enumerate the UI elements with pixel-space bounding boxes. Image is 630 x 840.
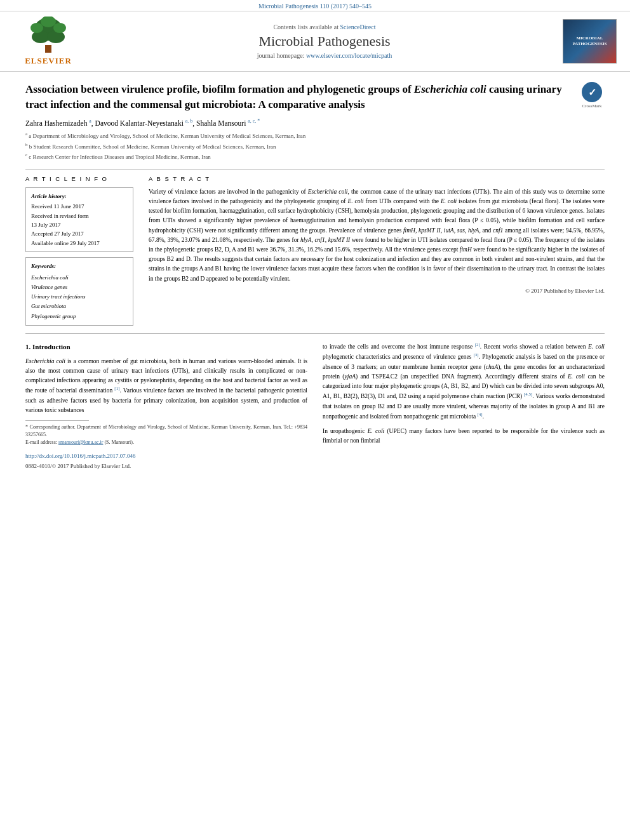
article-title: Association between virulence profile, b…: [25, 82, 573, 112]
section-num: 1.: [25, 343, 30, 350]
header-right: MICROBIAL PATHOGENESIS: [563, 19, 620, 63]
journal-thumb-text: MICROBIAL PATHOGENESIS: [563, 33, 616, 50]
email-note: E-mail address: smansouri@kmu.ac.ir (S. …: [25, 439, 307, 446]
section-divider-2: [25, 333, 605, 334]
article-info-abstract: A R T I C L E I N F O Article history: R…: [25, 175, 605, 326]
abstract-heading: A B S T R A C T: [149, 175, 605, 182]
body-content: 1. Introduction Escherichia coli is a co…: [25, 342, 605, 471]
footnote-divider: [25, 420, 89, 421]
keyword-3: Gut microbiota: [31, 302, 128, 311]
keyword-2: Urinary tract infections: [31, 292, 128, 302]
intro-para-2: In uropathogenic E. coli (UPEC) many fac…: [323, 427, 605, 446]
affiliation-c: c c Research Center for Infectious Disea…: [25, 152, 605, 162]
doi-link[interactable]: http://dx.doi.org/10.1016/j.micpath.2017…: [25, 453, 136, 459]
two-col-body: 1. Introduction Escherichia coli is a co…: [25, 342, 605, 471]
elsevier-logo: ELSEVIER: [23, 17, 74, 66]
keywords-box: Keywords: Escherichia coli Virulence gen…: [25, 257, 133, 326]
affiliation-a: a a Department of Microbiology and Virol…: [25, 131, 605, 141]
crossmark-icon: ✓: [582, 82, 602, 102]
corresponding-author-note: * Corresponding author. Department of Mi…: [25, 423, 307, 439]
intro-para-0: Escherichia coli is a common member of g…: [25, 357, 307, 415]
history-line-3: Accepted 27 July 2017: [31, 229, 128, 238]
journal-thumbnail: MICROBIAL PATHOGENESIS: [563, 19, 617, 63]
abstract-text: Variety of virulence factors are involve…: [149, 187, 605, 284]
authors-line: Zahra Hashemizadeh a, Davood Kalantar-Ne…: [25, 119, 605, 128]
header-left: ELSEVIER: [10, 17, 86, 66]
title-section: Association between virulence profile, b…: [25, 82, 605, 112]
keywords-title: Keywords:: [31, 262, 128, 271]
journal-title: Microbial Pathogenesis: [94, 33, 555, 50]
article-history-box: Article history: Received 11 June 2017 R…: [25, 187, 133, 252]
contents-text: Contents lists available at: [273, 23, 338, 30]
homepage-label: journal homepage:: [257, 52, 305, 59]
history-line-0: Received 11 June 2017: [31, 202, 128, 211]
keyword-1: Virulence genes: [31, 283, 128, 292]
section-1-title: 1. Introduction: [25, 342, 307, 353]
history-title: Article history:: [31, 192, 128, 201]
history-line-2: 13 July 2017: [31, 220, 128, 229]
contents-line: Contents lists available at ScienceDirec…: [94, 23, 555, 30]
keyword-4: Phylogenetic group: [31, 312, 128, 321]
doi-line[interactable]: http://dx.doi.org/10.1016/j.micpath.2017…: [25, 451, 307, 460]
intro-para-1: to invade the cells and overcome the hos…: [323, 342, 605, 422]
sciencedirect-link[interactable]: ScienceDirect: [340, 23, 375, 30]
affiliation-b: b b Student Research Committee, School o…: [25, 142, 605, 152]
footnote: * Corresponding author. Department of Mi…: [25, 423, 307, 446]
svg-point-5: [53, 23, 66, 33]
header-center: Contents lists available at ScienceDirec…: [94, 23, 555, 59]
issn-line: 0882-4010/© 2017 Published by Elsevier L…: [25, 462, 307, 470]
journal-header: ELSEVIER Contents lists available at Sci…: [0, 11, 630, 72]
article-body: Association between virulence profile, b…: [0, 72, 630, 481]
affiliations: a a Department of Microbiology and Virol…: [25, 131, 605, 162]
elsevier-tree-icon: [23, 17, 74, 55]
copyright-line: © 2017 Published by Elsevier Ltd.: [149, 288, 605, 294]
author-hashemizadeh: Zahra Hashemizadeh a, Davood Kalantar-Ne…: [25, 119, 260, 127]
svg-point-4: [30, 23, 43, 33]
body-left-col: 1. Introduction Escherichia coli is a co…: [25, 342, 307, 471]
homepage-link[interactable]: www.elsevier.com/locate/micpath: [306, 52, 392, 59]
body-right-col: to invade the cells and overcome the hos…: [323, 342, 605, 471]
right-col-abstract: A B S T R A C T Variety of virulence fac…: [149, 175, 605, 326]
keyword-0: Escherichia coli: [31, 273, 128, 283]
history-line-4: Available online 29 July 2017: [31, 239, 128, 248]
crossmark-label: CrossMark: [582, 103, 601, 109]
elsevier-brand: ELSEVIER: [25, 56, 72, 66]
email-link[interactable]: smansouri@kmu.ac.ir: [58, 439, 103, 445]
section-title: Introduction: [32, 343, 70, 350]
history-line-1: Received in revised form: [31, 211, 128, 220]
article-info-heading: A R T I C L E I N F O: [25, 175, 133, 182]
journal-citation: Microbial Pathogenesis 110 (2017) 540–54…: [258, 3, 372, 10]
left-col-info: A R T I C L E I N F O Article history: R…: [25, 175, 133, 326]
crossmark[interactable]: ✓ CrossMark: [579, 82, 605, 109]
svg-rect-0: [45, 45, 51, 53]
journal-homepage: journal homepage: www.elsevier.com/locat…: [94, 52, 555, 59]
section-divider-1: [25, 170, 605, 170]
top-bar: Microbial Pathogenesis 110 (2017) 540–54…: [0, 0, 630, 11]
